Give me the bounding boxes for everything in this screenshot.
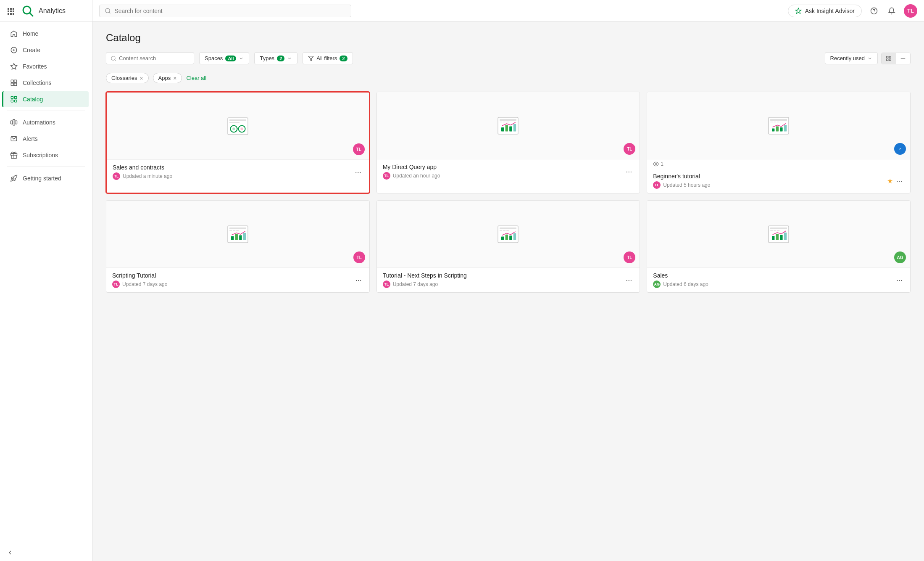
svg-rect-72 [229, 228, 246, 229]
card-more-button[interactable]: ··· [895, 275, 904, 286]
svg-rect-24 [11, 121, 13, 124]
card-star[interactable]: ★ [887, 177, 893, 185]
card-actions: ··· [353, 167, 363, 177]
sidebar-item-home[interactable]: Home [3, 26, 89, 42]
card-meta-text: Updated 6 days ago [663, 281, 708, 287]
grid-view-button[interactable] [882, 53, 896, 64]
card-meta: TL Updated 5 hours ago [653, 181, 887, 189]
svg-line-29 [109, 12, 111, 13]
svg-rect-86 [505, 234, 508, 240]
svg-rect-6 [8, 13, 9, 15]
card-footer: Tutorial - Next Steps in Scripting TL Up… [377, 268, 640, 292]
list-view-button[interactable] [896, 53, 910, 64]
sidebar-item-catalog[interactable]: Catalog [2, 91, 89, 107]
global-search-input[interactable] [114, 8, 346, 14]
bell-icon [888, 7, 895, 15]
card-footer: Scripting Tutorial TL Updated 7 days ago… [106, 268, 369, 292]
svg-rect-53 [500, 122, 502, 122]
sidebar-item-automations[interactable]: Automations [3, 114, 89, 130]
svg-rect-37 [889, 56, 891, 58]
card-my-direct-query[interactable]: TL My Direct Query app TL Updated an hou… [376, 92, 640, 193]
app-logo[interactable]: Analytics [0, 0, 92, 22]
spaces-value-badge: All [225, 56, 236, 61]
user-avatar[interactable]: TL [904, 4, 917, 18]
card-meta-avatar: TL [113, 172, 120, 180]
sidebar-item-subscriptions[interactable]: Subscriptions [3, 147, 89, 163]
svg-rect-96 [780, 235, 782, 240]
apps-filter-chip[interactable]: Apps × [153, 73, 182, 83]
apps-chip-remove[interactable]: × [173, 75, 176, 81]
glossaries-chip-remove[interactable]: × [140, 75, 143, 81]
card-preview: AG [647, 201, 910, 268]
types-label: Types [260, 55, 274, 61]
insight-advisor-button[interactable]: Ask Insight Advisor [788, 5, 862, 17]
sidebar-item-collections[interactable]: Collections [3, 75, 89, 91]
app-name-label: Analytics [39, 7, 66, 15]
sidebar-item-create[interactable]: Create [3, 42, 89, 58]
card-sales-contracts[interactable]: TL Sales and contracts TL Updated a minu… [106, 92, 370, 193]
list-icon [900, 56, 906, 61]
card-user-badge: TL [353, 143, 365, 155]
clear-all-button[interactable]: Clear all [186, 75, 206, 81]
card-user-badge: TL [353, 251, 365, 263]
sidebar-item-favorites[interactable]: Favorites [3, 58, 89, 74]
filters-bar: Spaces All Types 2 All filters 2 [106, 52, 911, 64]
sidebar: Analytics Home Create [0, 0, 92, 561]
nav-divider-2 [7, 167, 85, 167]
svg-rect-54 [503, 122, 505, 122]
help-icon [870, 7, 878, 15]
sort-button[interactable]: Recently used [825, 52, 878, 64]
active-filters: Glossaries × Apps × Clear all [106, 73, 911, 83]
global-search-box[interactable] [99, 5, 351, 17]
svg-rect-1 [10, 8, 12, 10]
svg-rect-58 [510, 126, 512, 131]
card-more-button[interactable]: ··· [354, 275, 363, 286]
spaces-chevron-icon [239, 56, 244, 61]
card-scripting-tutorial[interactable]: TL Scripting Tutorial TL Updated 7 days … [106, 200, 370, 293]
card-preview: TL [107, 93, 369, 160]
svg-rect-2 [13, 8, 14, 10]
card-meta-text: Updated an hour ago [393, 173, 440, 179]
svg-rect-4 [10, 11, 12, 12]
card-more-button[interactable]: ··· [624, 167, 634, 177]
glossaries-filter-chip[interactable]: Glossaries × [106, 73, 149, 83]
apps-chip-label: Apps [158, 75, 171, 81]
card-footer: Sales AG Updated 6 days ago ··· [647, 268, 910, 292]
types-filter-button[interactable]: Types 2 [254, 52, 297, 64]
sidebar-collapse-button[interactable] [0, 544, 92, 561]
svg-rect-94 [772, 236, 774, 240]
svg-rect-79 [243, 233, 246, 240]
grid-icon [886, 56, 892, 61]
subscriptions-icon [10, 151, 18, 159]
sidebar-item-getting-started-label: Getting started [23, 175, 61, 182]
filter-icon [308, 56, 314, 61]
svg-rect-17 [14, 80, 17, 82]
card-info: Sales AG Updated 6 days ago [653, 272, 895, 288]
card-sales[interactable]: AG Sales AG Updated 6 days ago ··· [647, 200, 911, 293]
card-info: Scripting Tutorial TL Updated 7 days ago [112, 272, 354, 288]
svg-rect-77 [235, 234, 237, 240]
content-search-input[interactable] [119, 55, 190, 61]
content-search-box[interactable] [106, 52, 194, 64]
card-user-badge: TL [624, 251, 635, 263]
card-more-button[interactable]: ··· [895, 176, 904, 186]
notifications-button[interactable] [886, 5, 897, 16]
svg-rect-55 [506, 122, 509, 122]
alerts-icon [10, 135, 18, 143]
card-more-button[interactable]: ··· [624, 275, 634, 286]
card-more-button[interactable]: ··· [353, 167, 363, 177]
card-beginners-tutorial[interactable]: 1 Beginner's tutorial TL Updated 5 hours… [647, 92, 911, 193]
all-filters-button[interactable]: All filters 2 [303, 52, 353, 64]
svg-rect-39 [889, 59, 891, 61]
svg-rect-38 [887, 59, 888, 61]
spaces-filter-button[interactable]: Spaces All [199, 52, 249, 64]
card-next-steps-scripting[interactable]: TL Tutorial - Next Steps in Scripting TL… [376, 200, 640, 293]
card-info: Beginner's tutorial TL Updated 5 hours a… [653, 173, 887, 189]
sidebar-item-alerts[interactable]: Alerts [3, 131, 89, 147]
content-area: Catalog Spaces All Types 2 [92, 22, 924, 561]
help-button[interactable] [869, 5, 879, 16]
sidebar-item-getting-started[interactable]: Getting started [3, 170, 89, 186]
spaces-label: Spaces [205, 55, 223, 61]
card-meta-avatar: TL [653, 181, 661, 189]
menu-toggle-button[interactable] [7, 7, 15, 15]
